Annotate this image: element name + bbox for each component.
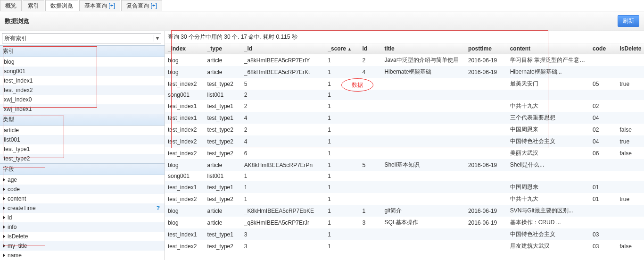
triangle-right-icon bbox=[3, 178, 5, 182]
sidebar-item-index[interactable]: xwj_index0 bbox=[0, 95, 165, 104]
table-row[interactable]: blogarticle_K8kHmIBEEA5cRP7EbKE11git简介20… bbox=[165, 205, 644, 217]
sidebar-item-field[interactable]: id bbox=[0, 213, 165, 222]
col-title[interactable]: title bbox=[381, 43, 465, 54]
sidebar-item-index[interactable]: blog bbox=[0, 57, 165, 67]
cell-_id: 1 bbox=[241, 193, 325, 205]
col-posttime[interactable]: posttime bbox=[465, 43, 507, 54]
cell-_id: 1 bbox=[241, 171, 325, 181]
sidebar-item-field[interactable]: content bbox=[0, 194, 165, 203]
tab-basic-query[interactable]: 基本查询 [+] bbox=[79, 0, 120, 11]
cell-_id: _a8kHmIBEEA5cRP7ErIY bbox=[241, 54, 325, 67]
refresh-button[interactable]: 刷新 bbox=[618, 15, 639, 27]
table-row[interactable]: blogarticle_a8kHmIBEEA5cRP7ErIY12Java中泛型… bbox=[165, 54, 644, 67]
cell-_score: 1 bbox=[325, 66, 359, 78]
cell-_type: test_type1 bbox=[205, 112, 241, 124]
cell-isDelete bbox=[617, 217, 644, 228]
cell-_type: list001 bbox=[205, 90, 241, 100]
cell-id: 2 bbox=[359, 54, 381, 67]
cell-title bbox=[381, 78, 465, 90]
cell-id bbox=[359, 193, 381, 205]
table-row[interactable]: test_index2test_type211中共十九大01true bbox=[165, 193, 644, 205]
cell-content: Shell是什么... bbox=[507, 159, 590, 171]
cell-_index: blog bbox=[165, 205, 205, 217]
sidebar-item-field[interactable]: my_title bbox=[0, 241, 165, 251]
table-row[interactable]: test_index2test_type261美丽大武汉06false bbox=[165, 147, 644, 159]
tab-complex-label: 复合查询 bbox=[126, 2, 149, 9]
cell-_type: test_type2 bbox=[205, 240, 241, 252]
table-row[interactable]: test_index1test_type121中共十九大02 bbox=[165, 100, 644, 112]
cell-code bbox=[590, 171, 617, 181]
cell-title: Hibernate框架基础 bbox=[381, 66, 465, 78]
cell-_id: 4 bbox=[241, 135, 325, 147]
table-row[interactable]: test_index1test_type111中国周恩来01 bbox=[165, 181, 644, 193]
cell-content bbox=[507, 90, 590, 100]
cell-isDelete: false bbox=[617, 124, 644, 135]
help-icon[interactable]: ? bbox=[157, 205, 163, 211]
sidebar-item-index[interactable]: test_index2 bbox=[0, 85, 165, 95]
sidebar-item-index[interactable]: xwj_index1 bbox=[0, 104, 165, 114]
sidebar-item-field[interactable]: code bbox=[0, 185, 165, 194]
sidebar-item-field[interactable]: name bbox=[0, 251, 165, 260]
cell-title bbox=[381, 124, 465, 135]
col-id[interactable]: _id bbox=[241, 43, 325, 54]
cell-content: 中共十九大 bbox=[507, 193, 590, 205]
table-row[interactable]: song001list00111 bbox=[165, 171, 644, 181]
field-label: id bbox=[8, 214, 12, 221]
tab-browse[interactable]: 数据浏览 bbox=[45, 0, 78, 11]
table-row[interactable]: test_index1test_type141三个代表重要思想04 bbox=[165, 112, 644, 124]
table-row[interactable]: blogarticleAK8kHmIBEEA5cRP7ErPn15Shell基本… bbox=[165, 159, 644, 171]
cell-_index: test_index2 bbox=[165, 147, 205, 159]
tab-overview[interactable]: 概览 bbox=[0, 0, 22, 11]
sidebar-item-index[interactable]: song001 bbox=[0, 67, 165, 76]
sidebar-item-field[interactable]: age bbox=[0, 175, 165, 185]
table-row[interactable]: song001list00121 bbox=[165, 90, 644, 100]
cell-posttime bbox=[465, 78, 507, 90]
sidebar: 所有索引 ▾ 索引 blogsong001test_index1test_ind… bbox=[0, 31, 165, 260]
table-row[interactable]: blogarticle_q8kHmIBEEA5cRP7ErJr13SQL基本操作… bbox=[165, 217, 644, 228]
index-dropdown[interactable]: 所有索引 ▾ bbox=[2, 33, 161, 43]
cell-_type: test_type1 bbox=[205, 228, 241, 240]
col-type[interactable]: _type bbox=[205, 43, 241, 54]
cell-code: 01 bbox=[590, 193, 617, 205]
table-row[interactable]: blogarticle_68kHmIBEEA5cRP7ErKt14Hiberna… bbox=[165, 66, 644, 78]
sidebar-item-type[interactable]: test_type2 bbox=[0, 154, 165, 163]
table-row[interactable]: test_index2test_type221中国周恩来02false bbox=[165, 124, 644, 135]
cell-_id: 5 bbox=[241, 78, 325, 90]
cell-_score: 1 bbox=[325, 205, 359, 217]
sidebar-item-type[interactable]: test_type1 bbox=[0, 144, 165, 154]
cell-id bbox=[359, 112, 381, 124]
cell-isDelete bbox=[617, 171, 644, 181]
tab-index[interactable]: 索引 bbox=[23, 0, 44, 11]
cell-posttime bbox=[465, 124, 507, 135]
cell-content: 三个代表重要思想 bbox=[507, 112, 590, 124]
table-row[interactable]: test_index2test_type231用友建筑大武汉03false bbox=[165, 240, 644, 252]
tab-complex-query[interactable]: 复合查询 [+] bbox=[121, 0, 162, 11]
cell-_type: test_type2 bbox=[205, 124, 241, 135]
table-row[interactable]: test_index1test_type131中国特色社会主义03 bbox=[165, 228, 644, 240]
sidebar-item-field[interactable]: createTime? bbox=[0, 203, 165, 213]
cell-content: 最美天安门 bbox=[507, 78, 590, 90]
sidebar-item-field[interactable]: isDelete bbox=[0, 232, 165, 241]
sidebar-item-index[interactable]: test_index1 bbox=[0, 76, 165, 85]
col-index[interactable]: _index bbox=[165, 43, 205, 54]
table-header-row: _index _type _id _score▲ id title postti… bbox=[165, 43, 644, 54]
cell-posttime bbox=[465, 135, 507, 147]
cell-code bbox=[590, 66, 617, 78]
cell-_index: test_index1 bbox=[165, 228, 205, 240]
col-score[interactable]: _score▲ bbox=[325, 43, 359, 54]
col-content[interactable]: content bbox=[507, 43, 590, 54]
col-code[interactable]: code bbox=[590, 43, 617, 54]
cell-_score: 1 bbox=[325, 54, 359, 67]
col-id2[interactable]: id bbox=[359, 43, 381, 54]
sidebar-item-type[interactable]: list001 bbox=[0, 135, 165, 144]
cell-posttime bbox=[465, 240, 507, 252]
cell-id bbox=[359, 90, 381, 100]
sidebar-item-type[interactable]: article bbox=[0, 126, 165, 135]
col-isdelete[interactable]: isDelete bbox=[617, 43, 644, 54]
cell-content: 用友建筑大武汉 bbox=[507, 240, 590, 252]
table-row[interactable]: test_index2test_type251最美天安门05true bbox=[165, 78, 644, 90]
cell-_index: test_index2 bbox=[165, 193, 205, 205]
cell-id bbox=[359, 171, 381, 181]
sidebar-item-field[interactable]: info bbox=[0, 222, 165, 232]
table-row[interactable]: test_index2test_type241中国特色社会主义04true bbox=[165, 135, 644, 147]
